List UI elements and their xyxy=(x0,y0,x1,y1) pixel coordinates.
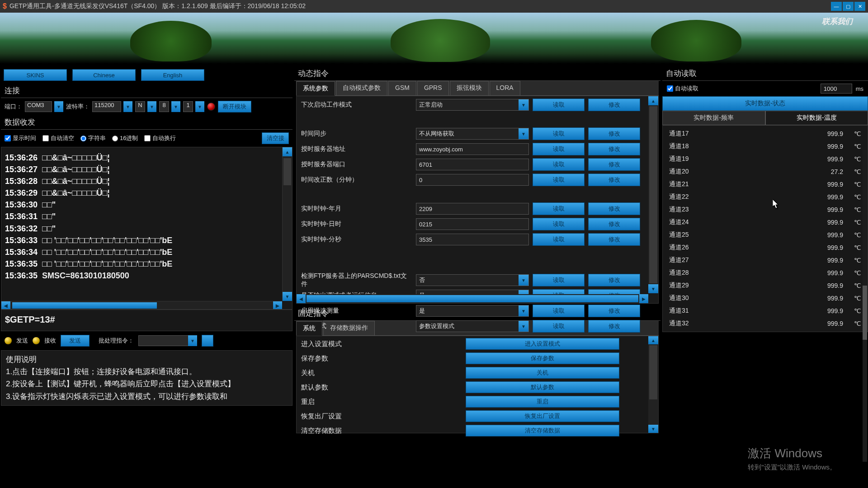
baud-arrow[interactable]: ▼ xyxy=(123,101,132,112)
port-select[interactable]: COM3 xyxy=(25,101,52,112)
tab-4[interactable]: 振弦模块 xyxy=(450,81,489,95)
fixed-vscroll[interactable]: ▲▼ xyxy=(648,336,658,433)
databits-arrow[interactable]: ▼ xyxy=(171,101,180,112)
fixed-cmd-button[interactable]: 清空存储数据 xyxy=(466,425,619,436)
tab-0[interactable]: 系统参数 xyxy=(296,81,335,96)
write-button[interactable]: 修改 xyxy=(588,202,640,215)
autoread-checkbox[interactable]: 自动读取 xyxy=(667,84,698,93)
write-button[interactable]: 修改 xyxy=(588,218,640,230)
write-button[interactable]: 修改 xyxy=(588,320,640,333)
port-arrow[interactable]: ▼ xyxy=(54,101,63,112)
param-input[interactable]: 0215 xyxy=(416,218,529,230)
wrap-checkbox[interactable]: 自动换行 xyxy=(144,134,176,142)
log-vscroll[interactable]: ▲▼ xyxy=(282,147,292,301)
interval-input[interactable] xyxy=(821,84,852,94)
read-button[interactable]: 读取 xyxy=(533,99,585,111)
fixed-cmd-button[interactable]: 进入设置模式 xyxy=(466,338,619,350)
read-button[interactable]: 读取 xyxy=(533,305,585,317)
fixed-cmd-button[interactable]: 默认参数 xyxy=(466,381,619,393)
write-button[interactable]: 修改 xyxy=(588,233,640,246)
param-row: 授时服务器端口6701读取修改 xyxy=(299,158,656,171)
chinese-button[interactable]: Chinese xyxy=(72,69,136,81)
write-button[interactable]: 修改 xyxy=(588,274,640,286)
english-button[interactable]: English xyxy=(141,69,204,81)
params-hscroll[interactable]: ◀▶ xyxy=(297,294,648,303)
read-button[interactable]: 读取 xyxy=(533,174,585,186)
write-button[interactable]: 修改 xyxy=(588,127,640,140)
read-button[interactable]: 读取 xyxy=(533,202,585,215)
realtime-freq-tab[interactable]: 实时数据-频率 xyxy=(662,111,765,125)
minimize-button[interactable]: — xyxy=(831,2,842,11)
channel-value: 999.9 xyxy=(807,269,843,277)
param-input[interactable]: 0 xyxy=(416,174,529,186)
param-combo[interactable]: 否▼ xyxy=(416,274,529,286)
param-input[interactable]: 6701 xyxy=(416,159,529,170)
channel-name: 通道17 xyxy=(669,130,807,138)
batch-select[interactable] xyxy=(138,335,189,346)
tab-3[interactable]: GPRS xyxy=(417,81,449,95)
open-port-button[interactable]: 断开模块 xyxy=(218,101,251,113)
param-input[interactable]: www.zoyobj.com xyxy=(416,143,529,155)
read-button[interactable]: 读取 xyxy=(533,143,585,155)
write-button[interactable]: 修改 xyxy=(588,174,640,186)
parity-select[interactable]: N xyxy=(135,101,145,112)
param-label: 时间同步 xyxy=(299,130,412,138)
fixed-cmd-button[interactable]: 保存参数 xyxy=(466,352,619,364)
param-combo[interactable]: 是▼ xyxy=(416,305,529,317)
realtime-status-tab[interactable]: 实时数据-状态 xyxy=(662,96,868,111)
fixed-cmd-label: 关机 xyxy=(299,369,462,377)
tab-1[interactable]: 自动模式参数 xyxy=(336,81,387,95)
hex-radio[interactable]: 16进制 xyxy=(112,134,138,142)
clear-recv-button[interactable]: 清空接 xyxy=(262,132,289,144)
realtime-temp-tab[interactable]: 实时数据-温度 xyxy=(765,111,868,125)
tab-5[interactable]: LORA xyxy=(490,81,520,95)
batch-arrow[interactable]: ▼ xyxy=(188,335,197,346)
command-input[interactable]: $GETP=13# xyxy=(1,310,292,331)
param-combo[interactable]: 参数设置模式▼ xyxy=(416,320,529,332)
fixed-cmd-button[interactable]: 恢复出厂设置 xyxy=(466,410,619,422)
fixed-cmd-button[interactable]: 重启 xyxy=(466,396,619,408)
param-combo[interactable]: 正常启动▼ xyxy=(416,99,529,111)
log-line: 15:36:28 □□&□â~□□□□□Ü□¦ xyxy=(5,175,288,187)
read-button[interactable]: 读取 xyxy=(533,158,585,171)
read-button[interactable]: 读取 xyxy=(533,233,585,246)
tab-2[interactable]: GSM xyxy=(388,81,416,95)
autoclear-checkbox[interactable]: 自动清空 xyxy=(42,134,74,142)
write-button[interactable]: 修改 xyxy=(588,305,640,317)
read-button[interactable]: 读取 xyxy=(533,218,585,230)
stopbits-arrow[interactable]: ▼ xyxy=(195,101,204,112)
write-button[interactable]: 修改 xyxy=(588,143,640,155)
windows-watermark: 激活 Windows 转到"设置"以激活 Windows。 xyxy=(748,446,836,472)
showtime-checkbox[interactable]: 显示时间 xyxy=(5,134,36,142)
charstr-radio[interactable]: 字符串 xyxy=(80,134,106,142)
param-row: 工作模式参数设置模式▼读取修改 xyxy=(299,319,656,333)
read-button[interactable]: 读取 xyxy=(533,320,585,333)
stopbits-select[interactable]: 1 xyxy=(183,101,193,112)
log-hscroll[interactable]: ◀▶ xyxy=(1,301,282,309)
param-row: 启用慢速测量是▼读取修改 xyxy=(299,304,656,318)
right-scrollbar[interactable] xyxy=(863,150,867,462)
read-button[interactable]: 读取 xyxy=(533,274,585,286)
param-combo[interactable]: 不从网络获取▼ xyxy=(416,128,529,140)
write-button[interactable]: 修改 xyxy=(588,158,640,171)
log-panel[interactable]: 15:36:26 □□&□â~□□□□□Ü□¦15:36:27 □□&□â~□□… xyxy=(1,147,292,310)
param-input[interactable]: 3535 xyxy=(416,234,529,245)
maximize-button[interactable]: ▢ xyxy=(843,2,854,11)
skins-button[interactable]: SKINS xyxy=(4,69,67,81)
read-button[interactable]: 读取 xyxy=(533,127,585,140)
parity-arrow[interactable]: ▼ xyxy=(147,101,156,112)
send-button[interactable]: 发送 xyxy=(61,335,90,347)
batch-run-button[interactable] xyxy=(202,335,213,347)
close-button[interactable]: ✕ xyxy=(854,2,865,11)
write-button[interactable]: 修改 xyxy=(588,99,640,111)
params-vscroll[interactable]: ▲▼ xyxy=(648,96,658,293)
fixed-cmd-button[interactable]: 关机 xyxy=(466,367,619,379)
databits-select[interactable]: 8 xyxy=(159,101,169,112)
channel-name: 通道26 xyxy=(669,244,807,252)
channel-row: 通道19999.9℃ xyxy=(663,153,868,165)
fixed-tab-0[interactable]: 系统 xyxy=(296,321,322,336)
param-input[interactable]: 2209 xyxy=(416,203,529,215)
param-label: 时间改正数（分钟） xyxy=(299,176,412,184)
baud-select[interactable]: 115200 xyxy=(92,101,121,112)
contact-link[interactable]: 联系我们 xyxy=(822,16,853,27)
